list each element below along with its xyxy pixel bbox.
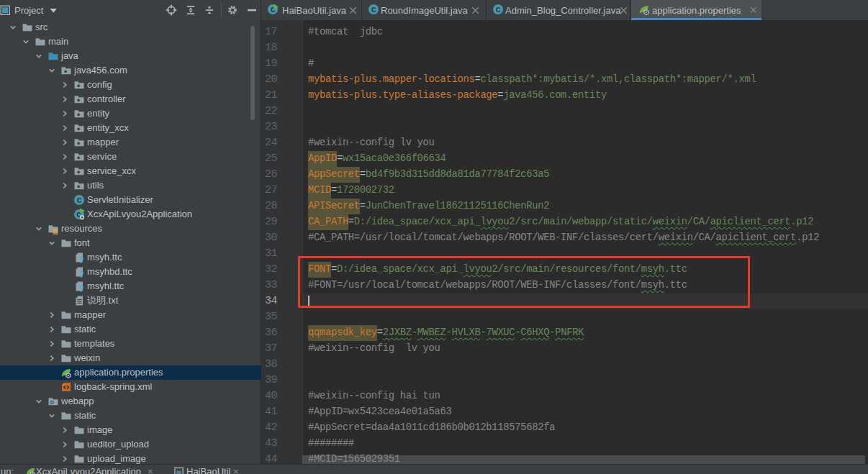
svg-text:?: ? [78, 255, 83, 263]
svg-text:?: ? [78, 284, 83, 292]
svg-text:C: C [371, 5, 376, 14]
svg-text:C: C [77, 196, 82, 205]
svg-text:C: C [496, 5, 501, 14]
svg-text:?: ? [78, 270, 83, 278]
